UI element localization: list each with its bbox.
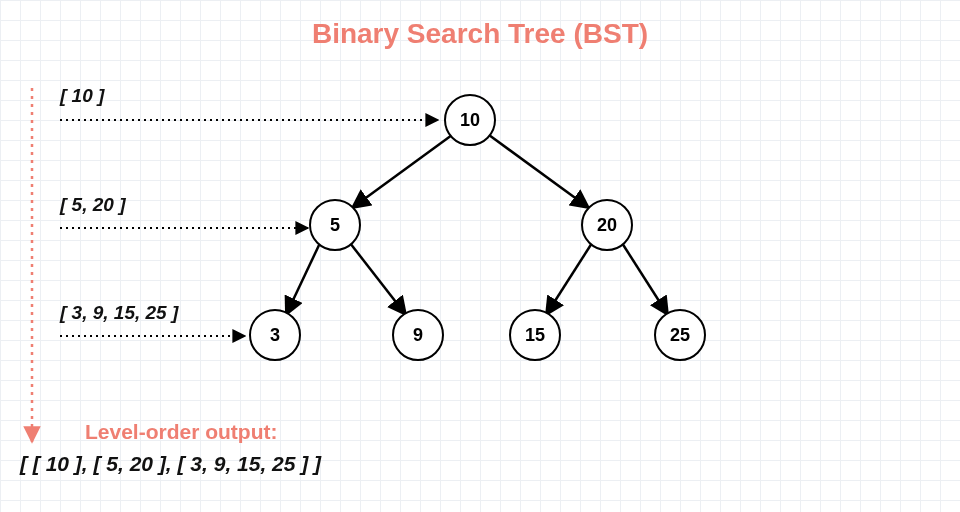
node-25: 25	[655, 310, 705, 360]
edge-5-9	[350, 243, 406, 315]
edge-10-5	[352, 135, 452, 208]
node-15: 15	[510, 310, 560, 360]
node-10: 10	[445, 95, 495, 145]
svg-text:9: 9	[413, 325, 423, 345]
node-9: 9	[393, 310, 443, 360]
svg-text:20: 20	[597, 215, 617, 235]
svg-text:3: 3	[270, 325, 280, 345]
svg-text:15: 15	[525, 325, 545, 345]
svg-text:10: 10	[460, 110, 480, 130]
node-20: 20	[582, 200, 632, 250]
edge-20-15	[546, 243, 592, 315]
edge-20-25	[622, 243, 668, 315]
edge-5-3	[286, 243, 320, 315]
node-5: 5	[310, 200, 360, 250]
svg-text:25: 25	[670, 325, 690, 345]
node-3: 3	[250, 310, 300, 360]
diagram-svg: 10 5 20 3 9 15 25	[0, 0, 960, 512]
svg-text:5: 5	[330, 215, 340, 235]
edge-10-20	[489, 135, 589, 208]
